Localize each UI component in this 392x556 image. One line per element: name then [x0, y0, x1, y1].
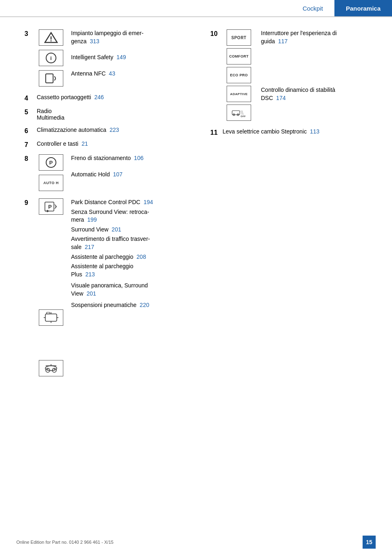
section-num-10: 10 — [210, 29, 223, 38]
section-9: 9 P — [24, 198, 190, 376]
section-3: 3 i — [24, 29, 190, 87]
tab-cockpit[interactable]: Cockpit — [291, 0, 334, 16]
section-3-line-3: Antenna NFC 43 — [71, 70, 190, 78]
adaptive-btn-icon: ADAPTIVE — [227, 86, 251, 102]
main-content: 3 i — [0, 17, 392, 396]
right-column: 10 SPORT COMFORT ECO PRO ADAPTIVE — [206, 29, 376, 384]
comfort-btn-icon: COMFORT — [227, 48, 251, 64]
section-8: 8 P AUTO H Freno di stazionamento 106 — [24, 154, 190, 191]
tab-cockpit-label: Cockpit — [303, 5, 323, 12]
section-num-7: 7 — [24, 140, 37, 149]
section-10-icons: SPORT COMFORT ECO PRO ADAPTIVE — [223, 29, 255, 121]
section-num-5: 5 — [24, 108, 37, 121]
section-9-icons: P — [37, 198, 65, 376]
section-9-line-8: Sospensioni pneumatiche 220 — [71, 301, 190, 309]
left-column: 3 i — [24, 29, 198, 384]
section-9-line-2: Senza Surround View: retroca-mera 199 — [71, 208, 190, 224]
section-3-icons: i — [37, 29, 65, 87]
section-4: 4 Cassetto portaoggetti 246 — [24, 94, 190, 102]
section-7-content: Controller e tasti 21 — [37, 140, 190, 149]
svg-line-29 — [242, 111, 243, 115]
dsc-off-icon: OFF — [227, 105, 251, 121]
tab-panoramica-label: Panoramica — [346, 5, 381, 12]
parking-brake-icon: P — [39, 154, 63, 171]
section-10-line-2: Controllo dinamico di stabilitàDSC 174 — [261, 86, 376, 102]
section-10-line-1: Interruttore per l'esperienza diguida 11… — [261, 29, 376, 45]
suspension-icon — [39, 360, 63, 376]
section-6: 6 Climatizzazione automatica 223 — [24, 127, 190, 135]
section-num-3: 3 — [24, 29, 37, 38]
section-num-4: 4 — [24, 94, 37, 102]
sport-btn-icon: SPORT — [227, 29, 251, 46]
section-7: 7 Controller e tasti 21 — [24, 140, 190, 149]
surround-view-icon — [39, 309, 63, 326]
section-4-content: Cassetto portaoggetti 246 — [37, 94, 190, 102]
ecopro-btn-icon: ECO PRO — [227, 67, 251, 83]
section-8-content: Freno di stazionamento 106 Automatic Hol… — [71, 154, 190, 180]
info-circle-icon: i — [39, 50, 63, 66]
section-6-content: Climatizzazione automatica 223 — [37, 127, 190, 135]
section-9-line-7: Visuale panoramica, SurroundView 201 — [71, 282, 190, 298]
page-header: Cockpit Panoramica — [0, 0, 392, 17]
section-9-line-3: Surround View 201 — [71, 226, 190, 234]
footer-text: Online Edition for Part no. 0140 2 966 4… — [16, 540, 114, 545]
footer: Online Edition for Part no. 0140 2 966 4… — [0, 536, 392, 549]
section-3-line-2: Intelligent Safety 149 — [71, 53, 190, 62]
section-num-6: 6 — [24, 127, 37, 135]
section-9-line-1: Park Distance Control PDC 194 — [71, 198, 190, 207]
nfc-antenna-icon — [39, 70, 63, 87]
svg-text:P: P — [48, 204, 52, 210]
section-num-9: 9 — [24, 198, 37, 207]
section-9-content: Park Distance Control PDC 194 Senza Surr… — [71, 198, 190, 311]
svg-rect-13 — [47, 312, 50, 314]
page-number: 15 — [363, 536, 376, 549]
svg-point-2 — [51, 40, 52, 42]
svg-rect-5 — [46, 74, 53, 83]
section-num-11: 11 — [210, 128, 223, 136]
section-11-content: Leva selettrice cambio Steptronic 113 — [223, 128, 376, 136]
section-8-icons: P AUTO H — [37, 154, 65, 191]
section-3-line-1: Impianto lampeggio di emer-genza 313 — [71, 29, 190, 45]
section-5-content: RadioMultimedia — [37, 108, 190, 121]
warning-triangle-icon — [39, 29, 63, 46]
section-5: 5 RadioMultimedia — [24, 108, 190, 121]
section-3-content: Impianto lampeggio di emer-genza 313 Int… — [71, 29, 190, 79]
section-9-line-5: Assistente al parcheggio 208 — [71, 253, 190, 261]
section-11: 11 Leva selettrice cambio Steptronic 113 — [210, 128, 376, 136]
pdc-icon: P — [39, 198, 63, 215]
tab-panoramica[interactable]: Panoramica — [334, 0, 392, 16]
section-8-line-1: Freno di stazionamento 106 — [71, 154, 190, 162]
section-10-content: Interruttore per l'esperienza diguida 11… — [261, 29, 376, 104]
section-num-8: 8 — [24, 154, 37, 162]
svg-marker-11 — [47, 210, 49, 212]
svg-rect-12 — [45, 314, 57, 321]
svg-text:OFF: OFF — [241, 115, 246, 118]
section-9-line-6: Assistente al parcheggioPlus 213 — [71, 262, 190, 278]
svg-line-28 — [241, 111, 242, 115]
svg-text:P: P — [49, 160, 53, 166]
section-8-line-2: Automatic Hold 107 — [71, 171, 190, 179]
section-10: 10 SPORT COMFORT ECO PRO ADAPTIVE — [210, 29, 376, 121]
auto-hold-icon: AUTO H — [39, 175, 63, 191]
section-9-line-4: Avvertimento di traffico trasver-sale 21… — [71, 235, 190, 251]
svg-text:i: i — [50, 55, 52, 61]
